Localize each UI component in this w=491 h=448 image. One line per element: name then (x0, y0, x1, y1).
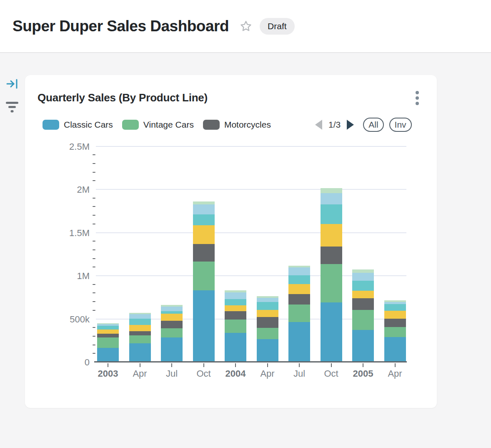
bar-segment[interactable] (257, 310, 278, 317)
y-axis-minor-tick (93, 163, 95, 164)
bar-segment[interactable] (193, 201, 215, 204)
favorite-star-button[interactable] (239, 19, 253, 33)
bar-jul (161, 305, 183, 362)
filter-icon[interactable] (5, 101, 19, 114)
bar-segment[interactable] (193, 214, 215, 225)
bar-segment[interactable] (129, 331, 151, 335)
bar-segment[interactable] (161, 321, 183, 328)
bar-segment[interactable] (257, 298, 278, 302)
bar-segment[interactable] (352, 291, 374, 298)
y-axis-minor-tick (93, 206, 95, 207)
x-axis-tick-label: Apr (252, 368, 283, 379)
collapse-panel-icon[interactable] (6, 78, 18, 91)
x-axis-tick (331, 363, 332, 367)
bar-segment[interactable] (288, 275, 310, 284)
y-axis-minor-tick (93, 336, 95, 337)
star-icon (239, 20, 253, 33)
bar-segment[interactable] (193, 262, 215, 290)
bar-segment[interactable] (129, 335, 151, 343)
bar-segment[interactable] (288, 305, 310, 322)
bar-segment[interactable] (352, 298, 374, 310)
y-axis-minor-tick (93, 284, 95, 285)
bar-segment[interactable] (97, 330, 119, 334)
bar-segment[interactable] (352, 273, 374, 280)
x-axis-tick-label: Jul (283, 368, 315, 379)
bar-segment[interactable] (257, 328, 278, 339)
bar-segment[interactable] (288, 267, 310, 275)
bar-segment[interactable] (193, 225, 215, 244)
x-axis-tick-label: Oct (316, 368, 347, 379)
bar-segment[interactable] (321, 204, 342, 224)
bar-segment[interactable] (129, 319, 151, 325)
y-axis-minor-tick (93, 267, 95, 267)
bar-segment[interactable] (384, 311, 406, 319)
bar-oct (321, 188, 342, 362)
bar-segment[interactable] (225, 292, 246, 300)
bar-segment[interactable] (288, 284, 310, 294)
bar-segment[interactable] (161, 314, 183, 321)
bar-segment[interactable] (129, 314, 151, 319)
y-axis-tick-label: 0 (48, 357, 90, 368)
bar-segment[interactable] (321, 247, 342, 264)
bar-segment[interactable] (225, 320, 246, 333)
y-axis-minor-tick (93, 172, 95, 173)
bar-apr (384, 300, 406, 362)
bar-segment[interactable] (321, 264, 342, 303)
bar-segment[interactable] (193, 204, 215, 215)
bar-segment[interactable] (97, 348, 119, 362)
bar-segment[interactable] (161, 328, 183, 337)
bar-segment[interactable] (193, 290, 215, 362)
x-axis-tick-label: 2004 (220, 368, 251, 379)
bar-segment[interactable] (97, 337, 119, 348)
bar-segment[interactable] (129, 325, 151, 331)
page-title: Super Duper Sales Dashboard (13, 18, 229, 35)
bar-segment[interactable] (161, 337, 183, 362)
bar-segment[interactable] (321, 224, 342, 246)
bar-segment[interactable] (97, 334, 119, 337)
bar-2004 (225, 290, 246, 362)
y-axis-minor-tick (93, 345, 95, 345)
bar-segment[interactable] (384, 319, 406, 327)
x-axis-tick (267, 363, 268, 367)
bar-2003 (97, 323, 119, 362)
bar-segment[interactable] (321, 302, 342, 362)
x-axis-tick (203, 363, 204, 367)
bar-segment[interactable] (97, 326, 119, 329)
bar-segment[interactable] (321, 193, 342, 204)
bar-segment[interactable] (225, 333, 246, 362)
bar-segment[interactable] (288, 294, 310, 305)
x-axis-tick (363, 363, 363, 367)
y-axis-minor-tick (93, 292, 95, 293)
bar-segment[interactable] (352, 330, 374, 362)
x-axis-tick (395, 363, 396, 367)
x-axis-tick (235, 363, 236, 367)
bar-segment[interactable] (225, 305, 246, 311)
bar-segment[interactable] (225, 299, 246, 305)
x-axis-tick-label: Apr (124, 368, 156, 379)
bar-segment[interactable] (384, 304, 406, 311)
bar-segment[interactable] (193, 244, 215, 262)
bar-segment[interactable] (352, 281, 374, 291)
y-axis-minor-tick (93, 301, 95, 302)
x-axis-tick (140, 363, 140, 367)
bar-segment[interactable] (352, 310, 374, 330)
bar-segment[interactable] (257, 317, 278, 328)
bar-oct (193, 201, 215, 362)
y-axis-tick-label: 1M (48, 271, 90, 282)
y-axis-minor-tick (93, 310, 95, 311)
bar-segment[interactable] (161, 307, 183, 312)
bar-segment[interactable] (129, 343, 151, 362)
bar-2005 (352, 269, 374, 362)
bar-segment[interactable] (257, 339, 278, 362)
bar-segment[interactable] (225, 311, 246, 320)
page-header: Super Duper Sales Dashboard Draft (0, 0, 491, 53)
y-gridline (96, 232, 406, 233)
bar-segment[interactable] (384, 327, 406, 337)
y-axis-minor-tick (93, 154, 95, 155)
bar-segment[interactable] (321, 188, 342, 194)
bar-segment[interactable] (288, 322, 310, 362)
x-axis-tick (171, 363, 172, 367)
bar-segment[interactable] (352, 269, 374, 273)
bar-segment[interactable] (257, 302, 278, 310)
bar-segment[interactable] (384, 337, 406, 362)
